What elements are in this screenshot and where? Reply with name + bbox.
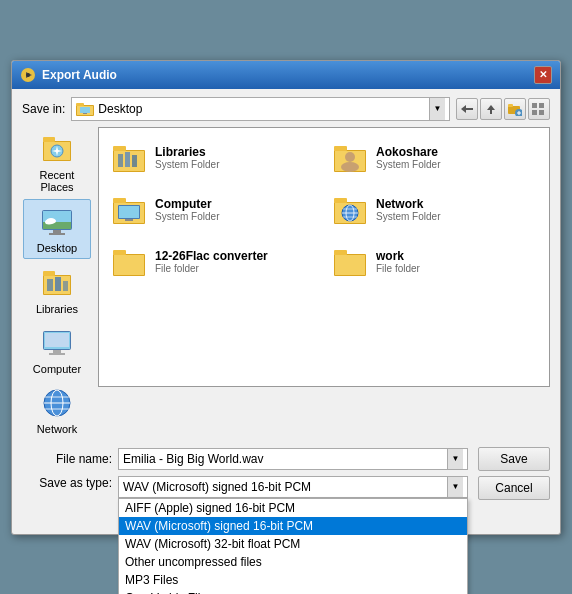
svg-point-59 [341, 162, 359, 172]
list-item[interactable]: Aokoshare System Folder [328, 136, 541, 180]
savetype-dropdown-container: WAV (Microsoft) signed 16-bit PCM ▼ AIFF… [118, 476, 468, 498]
svg-rect-17 [532, 103, 537, 108]
svg-rect-18 [539, 103, 544, 108]
list-item[interactable]: work File folder [328, 240, 541, 284]
desktop-folder-icon [76, 101, 94, 117]
sidebar-item-desktop[interactable]: Desktop [23, 199, 91, 259]
network-file-icon [332, 192, 368, 228]
svg-rect-43 [45, 333, 69, 347]
svg-rect-61 [113, 198, 126, 203]
export-audio-dialog: Export Audio ✕ Save in: Desktop ▼ [11, 60, 561, 535]
file-type: System Folder [376, 211, 440, 222]
file-type: System Folder [376, 159, 440, 170]
file-name: work [376, 249, 420, 263]
libraries-file-icon [111, 140, 147, 176]
up-button[interactable] [480, 98, 502, 120]
svg-rect-67 [334, 198, 347, 203]
dropdown-item[interactable]: Other uncompressed files [119, 553, 467, 571]
cancel-button[interactable]: Cancel [478, 476, 550, 500]
sidebar-item-network[interactable]: Network [23, 381, 91, 439]
folder-file-icon-2 [332, 244, 368, 280]
svg-rect-4 [76, 103, 84, 106]
filename-label: File name: [22, 452, 112, 466]
list-item[interactable]: Network System Folder [328, 188, 541, 232]
savetype-dropdown-list: AIFF (Apple) signed 16-bit PCMWAV (Micro… [118, 498, 468, 595]
dropdown-item[interactable]: WAV (Microsoft) signed 16-bit PCM [119, 517, 467, 535]
dropdown-item[interactable]: MP3 Files [119, 571, 467, 589]
computer-file-icon [111, 192, 147, 228]
svg-rect-76 [114, 255, 144, 275]
action-buttons: Save [478, 447, 550, 471]
savetype-combo[interactable]: WAV (Microsoft) signed 16-bit PCM ▼ [118, 476, 468, 498]
title-bar: Export Audio ✕ [12, 61, 560, 89]
svg-rect-75 [113, 250, 126, 255]
file-browser[interactable]: Libraries System Folder Aokoshare [98, 127, 550, 387]
savetype-row: Save as type: WAV (Microsoft) signed 16-… [22, 476, 550, 500]
svg-rect-38 [63, 281, 68, 291]
svg-rect-22 [43, 137, 55, 142]
toolbar-buttons [456, 98, 550, 120]
sidebar-item-computer[interactable]: Computer [23, 321, 91, 379]
save-in-arrow[interactable]: ▼ [429, 98, 445, 120]
file-type: System Folder [155, 159, 219, 170]
cancel-col: Cancel [478, 476, 550, 500]
file-type: File folder [155, 263, 268, 274]
savetype-label: Save as type: [22, 476, 112, 490]
list-item[interactable]: Computer System Folder [107, 188, 320, 232]
sidebar-label-network: Network [37, 423, 77, 435]
computer-sidebar-icon [39, 325, 75, 361]
svg-rect-56 [334, 146, 347, 151]
views-button[interactable] [528, 98, 550, 120]
svg-rect-19 [532, 110, 537, 115]
filename-value: Emilia - Big Big World.wav [123, 452, 447, 466]
save-button[interactable]: Save [478, 447, 550, 471]
savetype-arrow[interactable]: ▼ [447, 477, 463, 497]
save-in-combo[interactable]: Desktop ▼ [71, 97, 450, 121]
save-in-label: Save in: [22, 102, 65, 116]
folder-file-icon-1 [111, 244, 147, 280]
new-folder-button[interactable] [504, 98, 526, 120]
sidebar-label-computer: Computer [33, 363, 81, 375]
list-item[interactable]: Libraries System Folder [107, 136, 320, 180]
svg-rect-37 [55, 277, 61, 291]
back-button[interactable] [456, 98, 478, 120]
sidebar-item-recent-places[interactable]: Recent Places [23, 127, 91, 197]
main-area: Recent Places Desktop [22, 127, 550, 439]
file-name: Network [376, 197, 440, 211]
svg-rect-9 [465, 108, 473, 110]
list-item[interactable]: 12-26Flac converter File folder [107, 240, 320, 284]
save-in-row: Save in: Desktop ▼ [22, 97, 550, 121]
svg-rect-7 [83, 113, 87, 114]
file-type: File folder [376, 263, 420, 274]
svg-rect-42 [49, 353, 65, 355]
svg-rect-20 [539, 110, 544, 115]
libraries-icon [39, 265, 75, 301]
svg-point-2 [26, 73, 30, 77]
svg-rect-31 [53, 230, 61, 233]
title-bar-left: Export Audio [20, 67, 117, 83]
recent-places-icon [39, 131, 75, 167]
sidebar-label-recent-places: Recent Places [25, 169, 89, 193]
svg-rect-52 [118, 154, 123, 167]
svg-rect-41 [53, 350, 61, 353]
svg-rect-65 [125, 219, 133, 221]
sidebar-label-desktop: Desktop [37, 242, 77, 254]
dropdown-item[interactable]: Ogg Vorbis Files [119, 589, 467, 595]
filename-combo[interactable]: Emilia - Big Big World.wav ▼ [118, 448, 468, 470]
svg-rect-54 [132, 155, 137, 167]
network-sidebar-icon [39, 385, 75, 421]
svg-rect-6 [80, 107, 90, 113]
svg-rect-32 [49, 233, 65, 235]
svg-rect-50 [113, 146, 126, 151]
filename-arrow[interactable]: ▼ [447, 449, 463, 469]
close-button[interactable]: ✕ [534, 66, 552, 84]
file-name: 12-26Flac converter [155, 249, 268, 263]
dropdown-item[interactable]: WAV (Microsoft) 32-bit float PCM [119, 535, 467, 553]
dialog-title: Export Audio [42, 68, 117, 82]
file-type: System Folder [155, 211, 219, 222]
dropdown-item[interactable]: AIFF (Apple) signed 16-bit PCM [119, 499, 467, 517]
sidebar-item-libraries[interactable]: Libraries [23, 261, 91, 319]
file-name: Aokoshare [376, 145, 440, 159]
svg-rect-11 [490, 109, 492, 114]
svg-point-58 [345, 152, 355, 162]
